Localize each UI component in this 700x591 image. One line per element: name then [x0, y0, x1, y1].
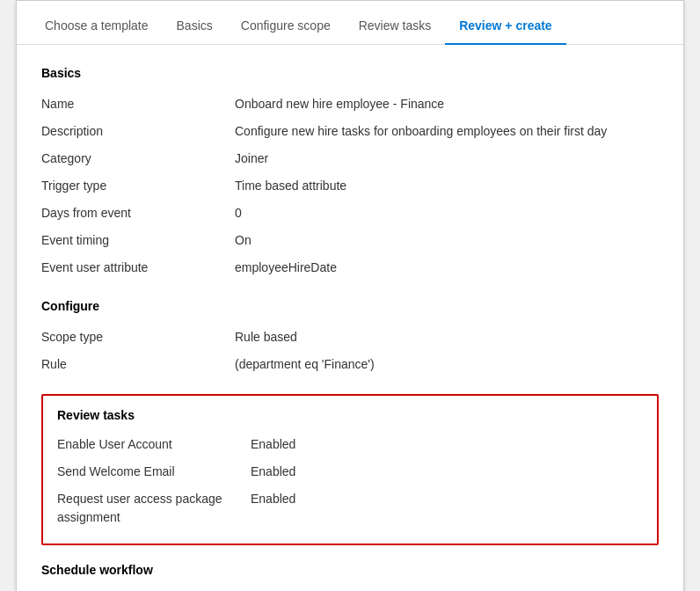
label-days-from-event: Days from event	[41, 204, 235, 223]
label-enable-user-account: Enable User Account	[57, 435, 251, 454]
tab-nav: Choose a template Basics Configure scope…	[17, 1, 683, 45]
field-rule: Rule (department eq 'Finance')	[41, 351, 659, 378]
configure-section: Configure Scope type Rule based Rule (de…	[41, 299, 659, 378]
main-window: Choose a template Basics Configure scope…	[16, 0, 684, 591]
page-content: Basics Name Onboard new hire employee - …	[17, 45, 683, 591]
value-name: Onboard new hire employee - Finance	[235, 95, 659, 113]
tab-review-create[interactable]: Review + create	[445, 8, 565, 45]
label-rule: Rule	[41, 355, 235, 374]
value-event-timing: On	[235, 231, 659, 250]
enable-schedule-row: Enable schedule	[41, 587, 659, 591]
tab-review-tasks[interactable]: Review tasks	[345, 8, 445, 45]
field-scope-type: Scope type Rule based	[41, 324, 659, 351]
label-event-timing: Event timing	[41, 231, 235, 250]
review-tasks-box: Review tasks Enable User Account Enabled…	[41, 394, 659, 545]
label-trigger-type: Trigger type	[41, 177, 235, 195]
field-event-timing: Event timing On	[41, 227, 659, 254]
value-category: Joiner	[235, 150, 659, 168]
label-category: Category	[41, 150, 235, 168]
field-enable-user-account: Enable User Account Enabled	[57, 431, 643, 458]
label-description: Description	[41, 122, 235, 141]
basics-section: Basics Name Onboard new hire employee - …	[41, 66, 659, 281]
value-request-access-package: Enabled	[251, 490, 643, 508]
tab-configure-scope[interactable]: Configure scope	[227, 8, 345, 45]
value-enable-user-account: Enabled	[251, 435, 643, 454]
value-description: Configure new hire tasks for onboarding …	[235, 122, 659, 141]
configure-section-title: Configure	[41, 299, 659, 313]
value-trigger-type: Time based attribute	[235, 177, 659, 195]
schedule-section-title: Schedule workflow	[41, 563, 659, 577]
field-event-user-attribute: Event user attribute employeeHireDate	[41, 254, 659, 281]
tab-choose-template[interactable]: Choose a template	[31, 8, 163, 45]
review-tasks-section-title: Review tasks	[57, 408, 643, 422]
label-name: Name	[41, 95, 235, 113]
field-days-from-event: Days from event 0	[41, 200, 659, 227]
field-name: Name Onboard new hire employee - Finance	[41, 91, 659, 118]
field-trigger-type: Trigger type Time based attribute	[41, 172, 659, 200]
value-event-user-attribute: employeeHireDate	[235, 259, 659, 277]
tab-basics[interactable]: Basics	[163, 8, 227, 45]
value-scope-type: Rule based	[235, 328, 659, 347]
schedule-section: Schedule workflow Enable schedule	[41, 563, 659, 591]
basics-section-title: Basics	[41, 66, 659, 80]
value-rule: (department eq 'Finance')	[235, 355, 659, 374]
value-days-from-event: 0	[235, 204, 659, 223]
label-scope-type: Scope type	[41, 328, 235, 347]
label-send-welcome-email: Send Welcome Email	[57, 463, 251, 481]
value-send-welcome-email: Enabled	[251, 463, 643, 481]
label-request-access-package: Request user access package assignment	[57, 490, 251, 527]
field-request-access-package: Request user access package assignment E…	[57, 485, 643, 531]
field-send-welcome-email: Send Welcome Email Enabled	[57, 458, 643, 485]
field-category: Category Joiner	[41, 145, 659, 172]
label-event-user-attribute: Event user attribute	[41, 259, 235, 277]
field-description: Description Configure new hire tasks for…	[41, 118, 659, 145]
